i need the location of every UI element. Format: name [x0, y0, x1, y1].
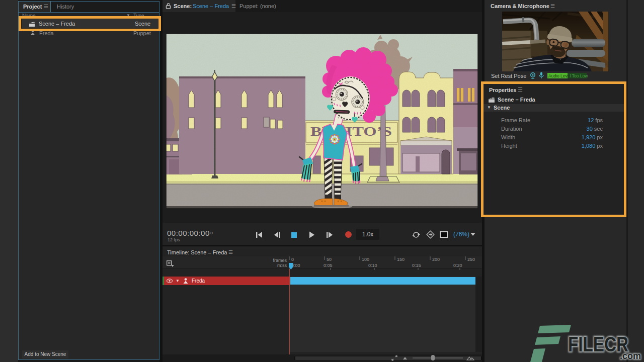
svg-text:0:15: 0:15 — [412, 263, 421, 268]
svg-text:frames: frames — [273, 258, 287, 263]
svg-text:FILECR: FILECR — [568, 332, 628, 356]
svg-text:.com: .com — [620, 351, 641, 361]
svg-text:100: 100 — [362, 257, 369, 262]
svg-text:m:ss: m:ss — [277, 263, 287, 268]
svg-text:50: 50 — [327, 257, 332, 262]
svg-text:200: 200 — [432, 257, 440, 262]
svg-text:0:10: 0:10 — [368, 263, 377, 268]
svg-text:150: 150 — [397, 257, 405, 262]
svg-text:0:20: 0:20 — [453, 263, 462, 268]
svg-text:0:05: 0:05 — [324, 263, 333, 268]
svg-text:0: 0 — [291, 257, 294, 262]
svg-text:250: 250 — [467, 257, 475, 262]
